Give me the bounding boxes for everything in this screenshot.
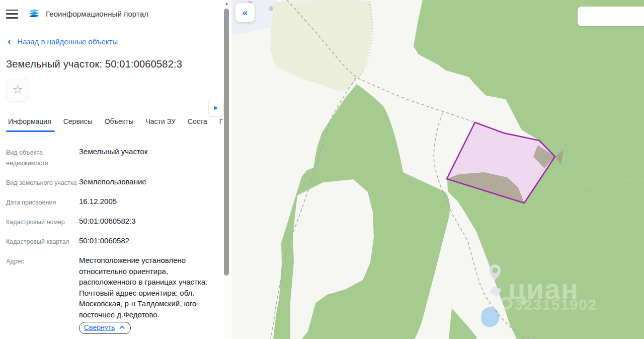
chevron-up-icon [119,325,125,329]
menu-icon[interactable] [6,10,18,19]
geo-portal-app: Геоинформационный портал ‹ Назад в найде… [0,0,644,339]
field-row-cadastral-block: Кадастровый квартал 50:01:0060582 [6,235,231,247]
field-row-parcel-kind: Вид земельного участка Землепользование [6,176,231,188]
panel-scrollbar[interactable]: ▲ [223,0,230,339]
address-value: Местоположение установлено относительно … [79,255,223,320]
field-row-address: Адрес Местоположение установлено относит… [6,255,231,334]
tab-parcel-parts[interactable]: Части ЗУ [145,117,175,125]
tab-clipped[interactable]: Г [219,117,223,125]
field-row-assign-date: Дата присвоения 16.12.2005 [6,196,231,208]
field-row-cadastral-number: Кадастровый номер 50:01:0060582:3 [6,216,231,228]
tabs-overflow-button[interactable]: ▶ [208,99,223,116]
scrollbar-up-icon[interactable]: ▲ [223,2,230,6]
active-tab-underline [6,130,55,132]
tab-information[interactable]: Информация [8,117,51,125]
portal-logo-icon [28,8,40,20]
field-row-object-kind: Вид объекта недвижимости Земельный участ… [6,146,231,169]
favorite-button[interactable]: ☆ [6,79,29,102]
collapse-panel-button[interactable]: « [235,3,255,22]
map-search-box[interactable] [578,7,644,26]
back-chevron-icon: ‹ [8,36,11,46]
panel-header: Геоинформационный портал [6,0,231,20]
star-icon: ☆ [12,84,23,96]
tab-composition[interactable]: Соста [188,117,207,125]
back-link[interactable]: ‹ Назад в найденные объекты [6,36,231,47]
scrollbar-thumb[interactable] [224,9,229,276]
attributes-list: Вид объекта недвижимости Земельный участ… [6,146,231,339]
tab-services[interactable]: Сервисы [63,117,93,125]
map-canvas[interactable]: циан 323151902 « [231,0,644,339]
page-title: Земельный участок: 50:01:0060582:3 [6,58,231,70]
tab-objects[interactable]: Объекты [105,117,134,125]
collapse-address-button[interactable]: Свернуть [79,322,131,334]
object-info-panel: Геоинформационный портал ‹ Назад в найде… [0,0,231,339]
app-title: Геоинформационный портал [46,10,148,18]
map-layers: циан 323151902 [231,0,644,339]
tab-bar: Информация Сервисы Объекты Части ЗУ Сост… [6,114,233,132]
watermark-number: 323151902 [515,296,597,313]
